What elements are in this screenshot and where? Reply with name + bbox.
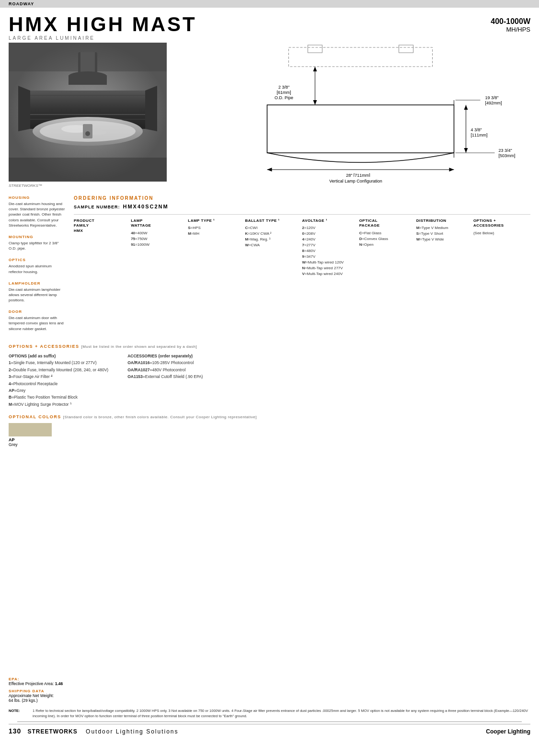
- brand-name: STREETWORKS: [27, 728, 77, 735]
- ordering-col-item: 40=400W: [131, 230, 182, 236]
- svg-rect-6: [69, 75, 107, 85]
- ordering-col-item: N=Open: [359, 242, 411, 248]
- spec-optics-text: Anodized spun aluminum reflector housing…: [9, 263, 66, 274]
- ordering-title: ORDERING INFORMATION: [74, 195, 530, 201]
- image-caption: STREETWORKS™: [9, 183, 172, 188]
- accessory-item: OA/RA1016=105-285V Photocontrol: [127, 359, 203, 366]
- spec-housing-text: Die-cast aluminum housing and cover. Sta…: [9, 201, 66, 228]
- spec-housing-title: HOUSING: [9, 195, 66, 200]
- svg-point-20: [85, 131, 90, 136]
- color-code-ap: AP: [9, 437, 52, 442]
- spacer: [0, 447, 539, 677]
- epa-section: EPA: Effective Projective Area: 1.46: [9, 677, 530, 686]
- ordering-col-item: M=Mag. Reg. ³: [245, 237, 296, 242]
- color-swatch: [9, 423, 52, 436]
- shipping-weight: 64 lbs. (29 kgs.): [9, 698, 530, 703]
- option-item: 1=Single Fuse, Internally Mounted (120 o…: [9, 359, 108, 366]
- options-header: OPTIONS (add as suffix): [9, 353, 108, 359]
- color-name-ap: Grey: [9, 442, 52, 447]
- note-section: NOTE: 1 Refer to technical section for l…: [0, 706, 539, 719]
- svg-marker-30: [449, 168, 454, 172]
- accessories-items-list: OA/RA1016=105-285V PhotocontrolOA/RA1027…: [127, 359, 203, 380]
- lamp-type: MH/HPS: [491, 26, 530, 33]
- ordering-column: AVOLTAGE ¹2=120V0=208V4=240V7=277V8=480V…: [302, 218, 359, 277]
- option-item: M=MOV Lighting Surge Protector ⁵: [9, 401, 108, 408]
- spec-lampholder-title: LAMPHOLDER: [9, 281, 66, 286]
- epa-title: EPA:: [9, 677, 530, 681]
- epa-value: Effective Projective Area: 1.46: [9, 681, 530, 686]
- ordering-column: OPTICAL PACKAGEC=Flat GlassD=Convex Glas…: [359, 218, 416, 277]
- svg-marker-13: [18, 86, 30, 131]
- ordering-table: PRODUCT FAMILY HMXLAMP WATTAGE40=400W75=…: [74, 214, 530, 277]
- ordering-col-item: N=Multi-Tap wired 277V: [302, 265, 354, 271]
- options-section: OPTIONS + ACCESSORIES [Must be listed in…: [0, 338, 539, 408]
- color-swatch-row: AP Grey: [9, 423, 530, 447]
- note-text: 1 Refer to technical section for lamp/ba…: [33, 709, 530, 719]
- svg-marker-36: [464, 105, 468, 110]
- ordering-col-item: M=Type V Medium: [416, 225, 468, 231]
- svg-marker-14: [145, 86, 157, 131]
- ordering-col-title: DISTRIBUTION: [416, 218, 468, 223]
- accessories-col: ACCESSORIES (order separately) OA/RA1016…: [127, 353, 203, 408]
- colors-bracket: [Standard color is bronze, other finish …: [63, 415, 257, 419]
- left-column: STREETWORKS™: [9, 43, 172, 188]
- spec-optics-title: OPTICS: [9, 258, 66, 262]
- spec-mounting-title: MOUNTING: [9, 235, 66, 239]
- ordering-col-title: PRODUCT FAMILY HMX: [74, 218, 125, 233]
- specs-left: HOUSING Die-cast aluminum housing and co…: [9, 195, 66, 338]
- option-item: 4=Photocontrol Receptacle: [9, 380, 108, 387]
- spec-housing: HOUSING Die-cast aluminum housing and co…: [9, 195, 66, 228]
- svg-marker-25: [313, 67, 317, 71]
- spec-door-title: DOOR: [9, 309, 66, 314]
- spec-door: DOOR Die-cast aluminum door with tempere…: [9, 309, 66, 332]
- shipping-title: SHIPPING DATA: [9, 689, 530, 693]
- footer-company: Cooper Lighting: [486, 728, 530, 735]
- svg-text:23 3/4": 23 3/4": [499, 148, 512, 153]
- ordering-section: ORDERING INFORMATION SAMPLE NUMBER: HMX4…: [66, 195, 530, 338]
- sample-number-label: SAMPLE NUMBER:: [74, 205, 120, 209]
- category-label: ROADWAY: [9, 1, 34, 6]
- ordering-col-title: BALLAST TYPE ¹: [245, 218, 296, 223]
- product-illustration: [9, 43, 167, 182]
- ordering-col-item: W=CWA: [245, 242, 296, 248]
- ordering-col-item: 2=120V: [302, 225, 354, 231]
- svg-marker-37: [464, 148, 468, 153]
- svg-text:28" [711mm]: 28" [711mm]: [346, 173, 370, 177]
- ordering-col-item: K=10KV CWA ²: [245, 231, 296, 237]
- ordering-col-item: W=Type V Wide: [416, 237, 468, 242]
- ordering-col-title: LAMP WATTAGE: [131, 218, 182, 229]
- wattage-range: 400-1000W: [491, 17, 530, 26]
- svg-text:[111mm]: [111mm]: [471, 133, 488, 137]
- ordering-col-item: C=Flat Glass: [359, 230, 411, 236]
- footer-divider: [17, 722, 522, 722]
- ordering-col-item: V=Multi-Tap wired 240V: [302, 271, 354, 277]
- ordering-col-title: OPTIONS + ACCESSORIES: [473, 218, 525, 229]
- ordering-col-item: S=HPS: [188, 225, 239, 231]
- spec-mounting: MOUNTING Clamp type slipfitter for 2 3/8…: [9, 235, 66, 251]
- right-column: 2 3/8" [61mm] O.D. Pipe 19 3/8" [492mm] …: [172, 43, 530, 188]
- options-grid: OPTIONS (add as suffix) 1=Single Fuse, I…: [9, 353, 530, 408]
- ordering-column: LAMP TYPE ¹S=HPSM=MH: [188, 218, 245, 277]
- svg-marker-26: [313, 100, 317, 105]
- svg-text:[492mm]: [492mm]: [485, 101, 502, 105]
- spec-lampholder-text: Die-cast aluminum lampholder allows seve…: [9, 287, 66, 303]
- options-bracket: [Must be listed in the order shown and s…: [81, 344, 197, 349]
- svg-rect-2: [9, 158, 167, 182]
- ordering-col-title: OPTICAL PACKAGE: [359, 218, 411, 229]
- ordering-col-item: W=Multi-Tap wired 120V: [302, 260, 354, 265]
- option-item: B=Plastic Two Position Terminal Block: [9, 394, 108, 401]
- ordering-column: OPTIONS + ACCESSORIES(See Below): [473, 218, 530, 277]
- title-left: HMX HIGH MAST LARGE AREA LUMINAIRE: [9, 14, 197, 41]
- svg-text:19 3/8": 19 3/8": [485, 95, 499, 100]
- footer-subtitle: Outdoor Lighting Solutions: [86, 728, 178, 735]
- options-col: OPTIONS (add as suffix) 1=Single Fuse, I…: [9, 353, 108, 408]
- accessory-item: OA/RA1027=480V Photocontrol: [127, 367, 203, 373]
- main-content: STREETWORKS™: [0, 43, 539, 188]
- title-area: HMX HIGH MAST LARGE AREA LUMINAIRE 400-1…: [0, 8, 539, 43]
- ordering-col-title: AVOLTAGE ¹: [302, 218, 354, 223]
- ordering-col-item: 91=1000W: [131, 242, 182, 248]
- ordering-column: DISTRIBUTIONM=Type V MediumS=Type V Shor…: [416, 218, 473, 277]
- ordering-col-item: 7=277V: [302, 242, 354, 248]
- sample-number-value: HMX40SC2NM: [123, 204, 169, 209]
- svg-text:4 3/8": 4 3/8": [471, 127, 482, 132]
